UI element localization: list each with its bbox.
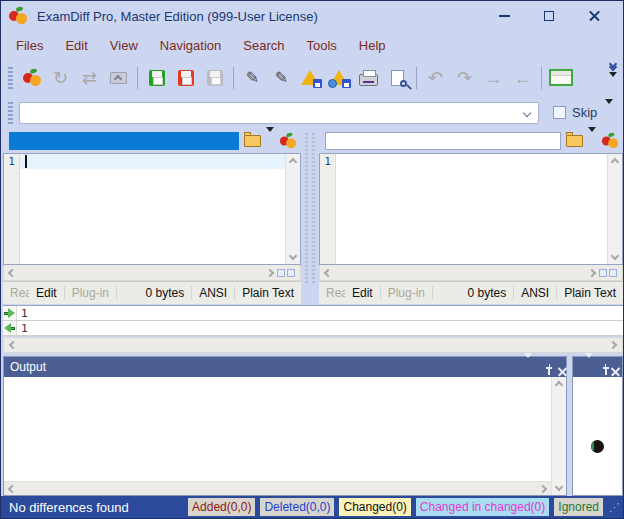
pencil-icon: ✎ <box>246 70 259 86</box>
scroll-right-icon <box>588 268 596 276</box>
edit-indicator[interactable]: Edit <box>345 286 381 300</box>
left-path-field[interactable] <box>9 132 239 150</box>
left-editor[interactable]: 1 <box>3 153 301 265</box>
compare-icon <box>23 70 41 86</box>
skip-options-button[interactable] <box>605 104 613 122</box>
menu-files[interactable]: Files <box>5 34 54 57</box>
split-button[interactable] <box>277 269 285 277</box>
left-horizontal-scrollbar[interactable] <box>3 265 301 281</box>
redo-button[interactable]: ↷ <box>451 64 478 91</box>
edit-first-file-button[interactable]: ✎ <box>239 64 266 91</box>
title-bar[interactable]: ExamDiff Pro, Master Edition (999-User L… <box>1 1 623 31</box>
save-both-button[interactable] <box>201 64 228 91</box>
left-pane: 1 Read Edit Plug-in 0 by <box>3 129 301 304</box>
toolbar-separator <box>137 67 138 89</box>
copy-right-arrow-icon[interactable] <box>4 309 15 318</box>
syntax-format[interactable]: Plain Text <box>235 286 301 300</box>
menu-view[interactable]: View <box>99 34 149 57</box>
menu-help[interactable]: Help <box>348 34 397 57</box>
filter-bar: Skip <box>1 96 623 129</box>
save-differences-icon <box>301 69 321 87</box>
filter-combobox-dropdown-button[interactable] <box>516 110 538 116</box>
badge-changed-in-changed[interactable]: Changed in changed(0) <box>416 498 549 516</box>
skip-checkbox[interactable] <box>553 106 566 119</box>
output-menu-button[interactable] <box>524 358 532 376</box>
edit-second-file-button[interactable]: ✎ <box>268 64 295 91</box>
swap-files-button[interactable]: ⇄ <box>76 64 103 91</box>
line-number: 1 <box>324 155 331 168</box>
undo-button[interactable]: ↶ <box>422 64 449 91</box>
diff-row[interactable]: 1 <box>3 306 623 321</box>
print-button[interactable] <box>355 64 382 91</box>
resize-grip-icon[interactable]: ⋰ <box>609 501 620 514</box>
plugin-indicator[interactable]: Plug-in <box>65 286 117 300</box>
right-editor[interactable]: 1 <box>319 153 623 265</box>
right-browse-button[interactable] <box>566 135 583 147</box>
split-button[interactable] <box>599 269 607 277</box>
output-vertical-scrollbar[interactable] <box>551 377 566 495</box>
right-edit-content[interactable] <box>336 154 607 264</box>
folder-icon <box>566 132 573 135</box>
refresh-button[interactable]: ↻ <box>47 64 74 91</box>
compare-button[interactable] <box>18 64 45 91</box>
output-content[interactable] <box>4 377 551 481</box>
badge-changed[interactable]: Changed(0) <box>339 498 410 516</box>
badge-ignored[interactable]: Ignored <box>554 498 603 516</box>
left-browse-button[interactable] <box>244 135 261 147</box>
publish-differences-button[interactable] <box>326 64 353 91</box>
encoding[interactable]: ANSI <box>514 286 557 300</box>
save-first-button[interactable] <box>143 64 170 91</box>
right-path-field[interactable] <box>325 132 561 150</box>
menu-navigation[interactable]: Navigation <box>149 34 232 57</box>
toolbar-options-button[interactable] <box>609 77 617 95</box>
toolbar-grip[interactable] <box>8 67 13 89</box>
print-preview-button[interactable] <box>384 64 411 91</box>
scroll-up-icon <box>289 158 297 166</box>
right-compare-icon[interactable] <box>602 134 618 148</box>
filter-bar-grip[interactable] <box>8 102 13 124</box>
encoding[interactable]: ANSI <box>192 286 235 300</box>
right-browse-dropdown-button[interactable] <box>588 132 596 150</box>
syntax-format[interactable]: Plain Text <box>557 286 623 300</box>
statistics-menu-button[interactable] <box>585 358 593 376</box>
arrow-left-icon: ← <box>514 69 532 87</box>
current-line-highlight <box>20 154 285 169</box>
statistics-panel-header[interactable] <box>573 357 622 377</box>
badge-added[interactable]: Added(0,0) <box>188 498 255 516</box>
scroll-down-icon <box>289 252 297 260</box>
menu-search[interactable]: Search <box>232 34 295 57</box>
split-button[interactable] <box>609 269 617 277</box>
split-button[interactable] <box>287 269 295 277</box>
left-vertical-scrollbar[interactable] <box>285 154 300 264</box>
output-horizontal-scrollbar[interactable] <box>4 481 551 495</box>
output-panel-header[interactable]: Output <box>4 357 566 377</box>
right-vertical-scrollbar[interactable] <box>607 154 622 264</box>
next-difference-button[interactable]: → <box>480 64 507 91</box>
output-panel: Output <box>3 356 567 496</box>
toolbar-separator <box>233 67 234 89</box>
badge-deleted[interactable]: Deleted(0,0) <box>260 498 334 516</box>
menu-tools[interactable]: Tools <box>295 34 347 57</box>
minimize-button[interactable] <box>497 9 511 23</box>
menu-edit[interactable]: Edit <box>54 34 98 57</box>
diff-horizontal-scrollbar[interactable] <box>3 337 623 353</box>
left-edit-content[interactable] <box>20 154 285 264</box>
toolbar-overflow-button[interactable] <box>610 61 616 70</box>
save-second-button[interactable] <box>172 64 199 91</box>
filter-combobox[interactable] <box>19 102 539 124</box>
save-first-icon <box>149 70 165 86</box>
right-horizontal-scrollbar[interactable] <box>319 265 623 281</box>
pane-splitter[interactable] <box>301 129 319 304</box>
left-compare-icon[interactable] <box>280 134 296 148</box>
open-files-button[interactable] <box>105 64 132 91</box>
left-browse-dropdown-button[interactable] <box>266 132 274 150</box>
copy-left-arrow-icon[interactable] <box>4 324 15 333</box>
previous-difference-button[interactable]: ← <box>509 64 536 91</box>
edit-indicator[interactable]: Edit <box>29 286 65 300</box>
show-panes-button[interactable] <box>547 64 574 91</box>
close-button[interactable] <box>587 9 601 23</box>
save-differences-button[interactable] <box>297 64 324 91</box>
maximize-button[interactable] <box>542 9 556 23</box>
plugin-indicator[interactable]: Plug-in <box>381 286 433 300</box>
diff-row[interactable]: 1 <box>3 321 623 336</box>
